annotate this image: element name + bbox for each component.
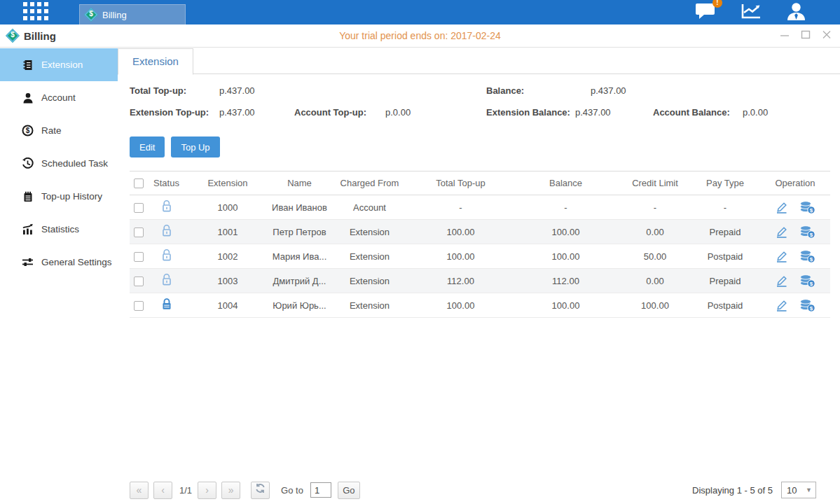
header-extension: Extension <box>186 172 270 195</box>
first-page-button[interactable]: « <box>130 482 149 499</box>
goto-page-input[interactable] <box>310 482 331 498</box>
close-icon[interactable] <box>822 29 832 42</box>
table-header-row: Status Extension Name Charged From Total… <box>130 172 830 195</box>
titlebar: $ Billing Your trial period ends on: 201… <box>0 24 840 48</box>
page-size-value: 10 <box>787 485 797 496</box>
status-lock-icon[interactable] <box>160 298 173 311</box>
topbar-tab-billing[interactable]: $ Billing <box>79 4 186 24</box>
notifications-button[interactable]: ! <box>695 2 717 22</box>
header-name: Name <box>270 172 329 195</box>
page-size-select[interactable]: 10 ▼ <box>781 482 816 498</box>
prev-page-button[interactable]: ‹ <box>153 482 172 499</box>
last-page-button[interactable]: » <box>221 482 240 499</box>
minimize-icon[interactable] <box>780 29 790 42</box>
sidebar-item-label: Statistics <box>41 224 79 234</box>
edit-row-icon[interactable] <box>775 299 788 312</box>
bar-chart-arrow-icon <box>22 223 34 235</box>
trial-period-message: Your trial period ends on: 2017-02-24 <box>339 30 501 41</box>
top-up-row-icon[interactable]: $ <box>799 201 815 214</box>
next-page-button[interactable]: › <box>198 482 216 499</box>
table-row: 1001 Петр Петров Extension 100.00 100.00… <box>130 220 830 244</box>
svg-text:$: $ <box>26 127 30 134</box>
history-clock-icon <box>22 158 34 169</box>
sidebar-item-rate[interactable]: $ Rate <box>0 114 118 147</box>
sidebar-item-extension[interactable]: Extension <box>0 48 118 81</box>
sidebar-item-label: Top-up History <box>41 191 102 202</box>
window-controls <box>780 29 832 42</box>
sidebar-item-statistics[interactable]: Statistics <box>0 213 118 246</box>
cell-extension: 1000 <box>186 195 270 220</box>
select-all-checkbox[interactable] <box>134 178 144 188</box>
cell-balance: 100.00 <box>511 244 620 269</box>
row-checkbox[interactable] <box>134 252 144 262</box>
user-account-button[interactable] <box>786 2 806 23</box>
cell-pay-type: - <box>690 195 760 220</box>
cell-extension: 1001 <box>186 220 270 244</box>
cell-credit-limit: 0.00 <box>620 269 690 293</box>
cell-total-topup: 100.00 <box>410 244 511 269</box>
row-checkbox[interactable] <box>134 203 144 213</box>
cell-pay-type: Postpaid <box>690 293 760 318</box>
top-up-row-icon[interactable]: $ <box>799 274 815 288</box>
page-indicator: 1/1 <box>179 485 192 496</box>
balance-label: Balance: <box>486 85 524 96</box>
main-menu-button[interactable] <box>23 3 50 22</box>
sidebar-item-topup-history[interactable]: Top-up History <box>0 180 118 213</box>
cell-balance: 112.00 <box>511 269 620 293</box>
edit-row-icon[interactable] <box>775 250 788 262</box>
cell-total-topup: 112.00 <box>410 269 511 293</box>
edit-row-icon[interactable] <box>775 225 788 238</box>
sidebar-item-account[interactable]: Account <box>0 81 118 114</box>
dollar-circle-icon: $ <box>22 125 34 136</box>
sidebar-item-general-settings[interactable]: General Settings <box>0 246 118 279</box>
status-lock-icon[interactable] <box>160 248 173 262</box>
account-topup-label: Account Top-up: <box>294 107 366 118</box>
resource-monitor-button[interactable] <box>741 2 762 22</box>
cell-total-topup: - <box>410 195 511 220</box>
billing-window-icon: $ <box>6 29 20 43</box>
top-up-button[interactable]: Top Up <box>171 136 219 158</box>
svg-text:$: $ <box>810 255 813 262</box>
main-panel: Extension Total Top-up: p.437.00 Balance… <box>118 48 840 504</box>
refresh-button[interactable] <box>251 482 270 499</box>
svg-text:$: $ <box>810 304 813 311</box>
row-checkbox[interactable] <box>134 276 144 286</box>
cell-pay-type: Postpaid <box>690 244 760 269</box>
header-status: Status <box>147 172 186 195</box>
header-total-topup: Total Top-up <box>410 172 511 195</box>
cell-name: Юрий Юрь... <box>270 293 329 318</box>
status-lock-icon[interactable] <box>160 273 173 286</box>
notification-badge: ! <box>712 0 722 8</box>
row-checkbox[interactable] <box>134 227 144 237</box>
sidebar: Extension Account $ Rate <box>0 48 118 504</box>
edit-row-icon[interactable] <box>775 274 788 287</box>
row-checkbox[interactable] <box>134 301 144 311</box>
tab-extension[interactable]: Extension <box>118 48 193 75</box>
top-up-row-icon[interactable]: $ <box>799 225 815 239</box>
go-button[interactable]: Go <box>338 482 360 499</box>
cell-extension: 1003 <box>186 269 270 293</box>
cell-name: Мария Ива... <box>270 244 329 269</box>
extension-topup-label: Extension Top-up: <box>130 107 209 118</box>
topbar-tab-label: Billing <box>102 10 127 20</box>
header-pay-type: Pay Type <box>690 172 760 195</box>
cell-charged-from: Extension <box>329 244 410 269</box>
window-title-group: $ Billing <box>6 29 56 43</box>
sidebar-item-scheduled-task[interactable]: Scheduled Task <box>0 147 118 180</box>
edit-row-icon[interactable] <box>775 201 788 214</box>
cell-name: Петр Петров <box>270 220 329 244</box>
line-chart-icon <box>741 2 762 22</box>
top-up-row-icon[interactable]: $ <box>799 250 815 263</box>
status-lock-icon[interactable] <box>160 224 173 237</box>
sliders-icon <box>22 256 34 268</box>
header-balance: Balance <box>511 172 620 195</box>
sidebar-item-label: Rate <box>41 125 62 136</box>
status-lock-icon[interactable] <box>160 200 173 213</box>
topbar: $ Billing ! <box>0 0 840 24</box>
total-topup-value: p.437.00 <box>219 85 255 96</box>
top-up-row-icon[interactable]: $ <box>799 299 815 312</box>
user-icon <box>786 2 806 23</box>
cell-credit-limit: 0.00 <box>620 220 690 244</box>
maximize-icon[interactable] <box>801 29 811 42</box>
edit-button[interactable]: Edit <box>130 136 165 158</box>
